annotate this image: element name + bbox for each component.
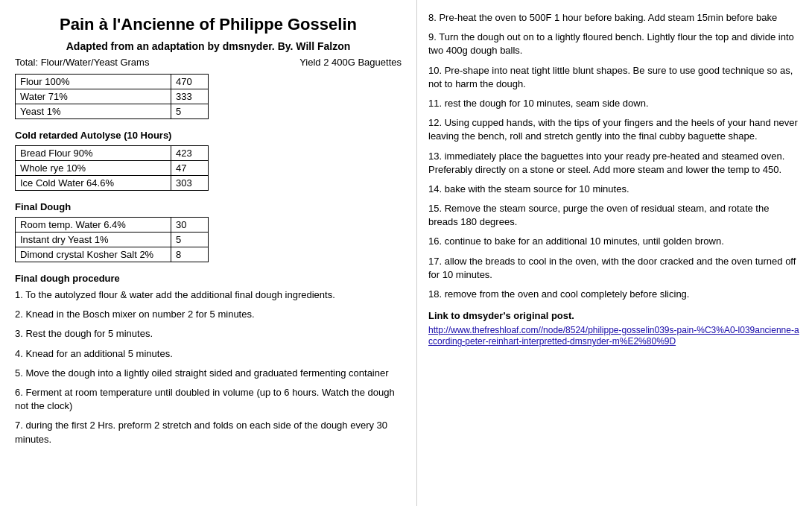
ingredient-grams: 5 <box>171 233 209 247</box>
final-dough-table: Room temp. Water 6.4%30Instant dry Yeast… <box>15 217 209 262</box>
ingredient-name: Flour 100% <box>16 75 171 89</box>
ingredient-grams: 47 <box>171 161 209 176</box>
right-step-17: 17. allow the breads to cool in the oven… <box>428 255 801 282</box>
left-step-7: 7. during the first 2 Hrs. preform 2 str… <box>15 419 402 446</box>
link-section: Link to dmsyder's original post. http://… <box>428 310 801 347</box>
left-step-3: 3. Rest the dough for 5 minutes. <box>15 327 402 341</box>
right-step-8: 8. Pre-heat the oven to 500F 1 hour befo… <box>428 11 801 25</box>
table-row: Dimond crystal Kosher Salt 2%8 <box>16 247 209 262</box>
yield-label: Yield 2 400G Baguettes <box>299 57 402 68</box>
autolyse-table: Bread Flour 90%423Whole rye 10%47Ice Col… <box>15 145 209 191</box>
table-row: Flour 100%470 <box>16 75 209 89</box>
ingredient-name: Whole rye 10% <box>16 161 171 176</box>
ingredient-grams: 8 <box>171 247 209 262</box>
right-step-12: 12. Using cupped hands, with the tips of… <box>428 116 801 143</box>
ingredient-grams: 470 <box>171 75 209 89</box>
procedure-title: Final dough procedure <box>15 273 402 284</box>
left-step-6: 6. Ferment at room temperature until dou… <box>15 386 402 413</box>
ingredient-name: Water 71% <box>16 89 171 104</box>
left-step-5: 5. Move the dough into a lightly oiled s… <box>15 367 402 380</box>
ingredient-grams: 423 <box>171 146 209 161</box>
ingredient-name: Yeast 1% <box>16 104 171 119</box>
ingredient-name: Instant dry Yeast 1% <box>16 233 171 247</box>
ingredient-name: Room temp. Water 6.4% <box>16 218 171 233</box>
ingredient-grams: 303 <box>171 176 209 191</box>
right-step-9: 9. Turn the dough out on to a lightly fl… <box>428 31 801 57</box>
right-step-14: 14. bake with the steam source for 10 mi… <box>428 183 801 196</box>
right-step-18: 18. remove from the oven and cool comple… <box>428 288 801 301</box>
table-row: Yeast 1%5 <box>16 104 209 119</box>
left-panel: Pain à l'Ancienne of Philippe Gosselin A… <box>0 0 417 506</box>
left-step-4: 4. Knead for an additional 5 minutes. <box>15 347 402 361</box>
ingredient-grams: 333 <box>171 89 209 104</box>
ingredient-grams: 30 <box>171 218 209 233</box>
table-row: Instant dry Yeast 1%5 <box>16 233 209 247</box>
table-row: Whole rye 10%47 <box>16 161 209 176</box>
yield-row: Total: Flour/Water/Yeast Grams Yield 2 4… <box>15 57 402 68</box>
left-step-1: 1. To the autolyzed flour & water add th… <box>15 288 402 302</box>
left-step-2: 2. Knead in the Bosch mixer on number 2 … <box>15 308 402 321</box>
table-row: Bread Flour 90%423 <box>16 146 209 161</box>
right-step-13: 13. immediately place the baguettes into… <box>428 150 801 177</box>
right-step-16: 16. continue to bake for an additional 1… <box>428 235 801 248</box>
final-dough-title: Final Dough <box>15 201 402 212</box>
ingredient-name: Dimond crystal Kosher Salt 2% <box>16 247 171 262</box>
total-table: Flour 100%470Water 71%333Yeast 1%5 <box>15 74 209 119</box>
ingredient-grams: 5 <box>171 104 209 119</box>
right-panel: 8. Pre-heat the oven to 500F 1 hour befo… <box>417 0 812 506</box>
ingredient-name: Bread Flour 90% <box>16 146 171 161</box>
subtitle: Adapted from an adaptation by dmsnyder. … <box>15 40 402 52</box>
right-steps-container: 8. Pre-heat the oven to 500F 1 hour befo… <box>428 11 801 301</box>
table-row: Room temp. Water 6.4%30 <box>16 218 209 233</box>
right-step-15: 15. Remove the steam source, purge the o… <box>428 202 801 229</box>
link-url[interactable]: http://www.thefreshloaf.com//node/8524/p… <box>428 325 799 347</box>
link-label: Link to dmsyder's original post. <box>428 310 801 321</box>
total-label: Total: Flour/Water/Yeast Grams <box>15 57 149 68</box>
table-row: Ice Cold Water 64.6%303 <box>16 176 209 191</box>
right-step-11: 11. rest the dough for 10 minutes, seam … <box>428 97 801 110</box>
right-step-10: 10. Pre-shape into neat tight little blu… <box>428 64 801 91</box>
ingredient-name: Ice Cold Water 64.6% <box>16 176 171 191</box>
left-steps-container: 1. To the autolyzed flour & water add th… <box>15 288 402 446</box>
main-title: Pain à l'Ancienne of Philippe Gosselin <box>15 15 402 34</box>
table-row: Water 71%333 <box>16 89 209 104</box>
autolyse-section-title: Cold retarded Autolyse (10 Hours) <box>15 130 402 141</box>
